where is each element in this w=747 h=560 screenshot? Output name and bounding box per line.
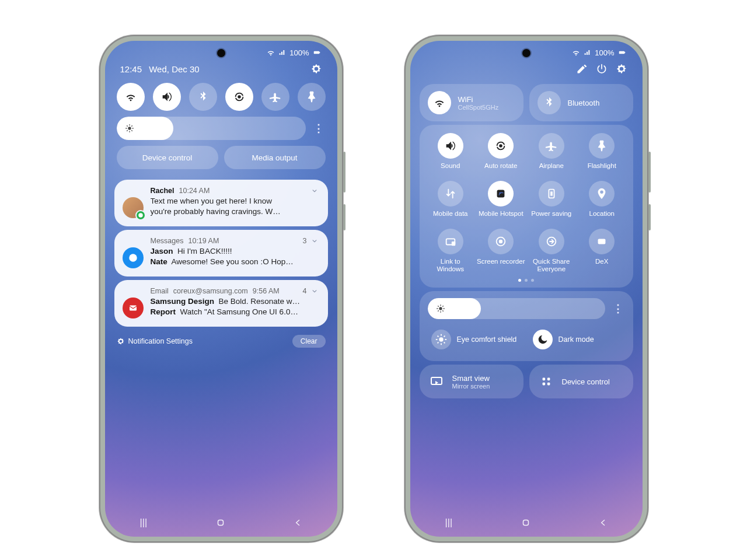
notification-settings-link[interactable]: Notification Settings — [128, 337, 193, 345]
powersave-icon — [539, 181, 564, 206]
quick-toggle-row — [105, 80, 337, 117]
nav-home[interactable] — [508, 517, 543, 528]
bluetooth-icon — [537, 91, 561, 114]
brightness-more-icon[interactable]: ⋮ — [312, 122, 326, 135]
navigation-bar: ||| — [105, 509, 337, 537]
qs-label: Location — [589, 210, 615, 226]
device-control-card[interactable]: Device control — [529, 365, 633, 398]
expand-icon[interactable] — [310, 287, 319, 295]
quick-settings-grid: SoundAuto rotateAirplaneFlashlightMobile… — [420, 125, 633, 288]
navigation-bar: ||| — [410, 509, 643, 537]
nav-back[interactable] — [586, 518, 621, 527]
qs-label: DeX — [595, 258, 608, 274]
nav-recents[interactable]: ||| — [431, 517, 466, 528]
eye-comfort-icon — [431, 330, 451, 349]
eye-comfort-toggle[interactable]: Eye comfort shield — [428, 326, 523, 353]
device-control-button[interactable]: Device control — [117, 146, 218, 169]
toggle-flashlight[interactable] — [298, 83, 326, 111]
wifi-network: CellSpot5GHz — [458, 104, 499, 111]
airplane-icon — [539, 133, 564, 159]
battery-text: 100% — [595, 48, 614, 57]
toggle-autorotate[interactable] — [225, 83, 253, 111]
flashlight-icon — [589, 133, 615, 159]
nav-back[interactable] — [281, 518, 316, 527]
notif-count: 3 — [303, 237, 307, 245]
notif-time: 10:24 AM — [179, 187, 210, 195]
qs-tile-airplane[interactable]: Airplane — [528, 133, 576, 178]
qs-label: Quick Share Everyone — [528, 258, 576, 274]
location-icon — [589, 181, 615, 206]
qs-tile-powersave[interactable]: Power saving — [528, 181, 576, 226]
nav-recents[interactable]: ||| — [126, 517, 161, 528]
notif-sender: Rachel — [151, 187, 174, 195]
camera-hole — [522, 49, 530, 57]
qs-tile-quickshare[interactable]: Quick Share Everyone — [528, 229, 576, 274]
brightness-slider[interactable] — [428, 298, 605, 319]
notif-text: Text me when you get here! I know — [151, 196, 319, 206]
brightness-more-icon[interactable]: ⋮ — [611, 302, 625, 315]
panel-header — [410, 60, 643, 80]
media-output-button[interactable]: Media output — [224, 146, 326, 169]
quickshare-icon — [539, 229, 564, 254]
smart-view-card[interactable]: Smart viewMirror screen — [420, 365, 523, 398]
notif-sender: coreux@samsung.com — [173, 287, 248, 295]
phone-left: 100% 12:45 Wed, Dec 30 — [99, 35, 343, 542]
bluetooth-tile[interactable]: Bluetooth — [529, 84, 633, 121]
qs-label: Screen recorder — [477, 258, 525, 274]
toggle-wifi[interactable] — [117, 83, 145, 111]
notification-card[interactable]: Email coreux@samsung.com 9:56 AM 4 Samsu… — [114, 280, 328, 327]
signal-icon — [583, 48, 592, 57]
toggle-bluetooth[interactable] — [189, 83, 217, 111]
clock-date: Wed, Dec 30 — [149, 64, 199, 74]
toggle-airplane[interactable] — [261, 83, 289, 111]
dex-icon — [589, 229, 615, 254]
brightness-slider[interactable] — [117, 117, 306, 140]
qs-tile-mobiledata[interactable]: Mobile data — [427, 181, 475, 226]
notif-time: 9:56 AM — [253, 287, 280, 295]
edit-icon[interactable] — [576, 63, 588, 75]
qs-tile-flashlight[interactable]: Flashlight — [578, 133, 626, 178]
battery-icon — [617, 48, 627, 57]
qs-tile-sound[interactable]: Sound — [427, 133, 475, 178]
qs-tile-dex[interactable]: DeX — [578, 229, 626, 274]
hotspot-icon — [488, 181, 514, 206]
notif-time: 10:19 AM — [188, 237, 219, 245]
notification-card[interactable]: Rachel 10:24 AM Text me when you get her… — [114, 180, 328, 226]
link-icon — [438, 229, 463, 254]
qs-tile-screenrec[interactable]: Screen recorder — [477, 229, 525, 274]
wifi-tile[interactable]: WiFiCellSpot5GHz — [420, 84, 523, 121]
pager[interactable] — [427, 274, 626, 282]
settings-icon[interactable] — [616, 63, 627, 75]
power-icon[interactable] — [596, 63, 608, 75]
brightness-icon — [436, 304, 445, 313]
qs-label: Mobile data — [433, 210, 467, 226]
moon-icon — [533, 330, 553, 349]
expand-icon[interactable] — [310, 237, 319, 245]
toggle-sound[interactable] — [153, 83, 181, 111]
dark-mode-toggle[interactable]: Dark mode — [529, 326, 625, 353]
qs-tile-hotspot[interactable]: Mobile Hotspot — [477, 181, 525, 226]
qs-label: Sound — [441, 162, 460, 178]
wifi-icon — [571, 48, 581, 57]
mobiledata-icon — [438, 181, 463, 206]
expand-icon[interactable] — [310, 187, 319, 195]
qs-label: Auto rotate — [484, 162, 517, 178]
nav-home[interactable] — [203, 517, 238, 528]
qs-label: Mobile Hotspot — [479, 210, 523, 226]
wifi-label: WiFi — [458, 95, 499, 104]
qs-label: Airplane — [539, 162, 564, 178]
camera-hole — [217, 49, 225, 57]
avatar — [123, 197, 144, 218]
qs-tile-link[interactable]: Link to Windows — [427, 229, 475, 274]
svg-rect-31 — [218, 520, 224, 526]
wifi-icon — [266, 48, 275, 57]
qs-label: Power saving — [531, 210, 571, 226]
settings-icon[interactable] — [310, 63, 322, 75]
notification-card[interactable]: Messages 10:19 AM 3 Jason Hi I'm BACK!!!… — [114, 230, 328, 276]
notif-text: you're probably having cravings. W… — [151, 206, 319, 217]
qs-tile-location[interactable]: Location — [578, 181, 626, 226]
clear-button[interactable]: Clear — [292, 335, 326, 348]
sound-icon — [438, 133, 463, 159]
grid-icon — [537, 373, 555, 390]
qs-tile-autorotate[interactable]: Auto rotate — [477, 133, 525, 178]
